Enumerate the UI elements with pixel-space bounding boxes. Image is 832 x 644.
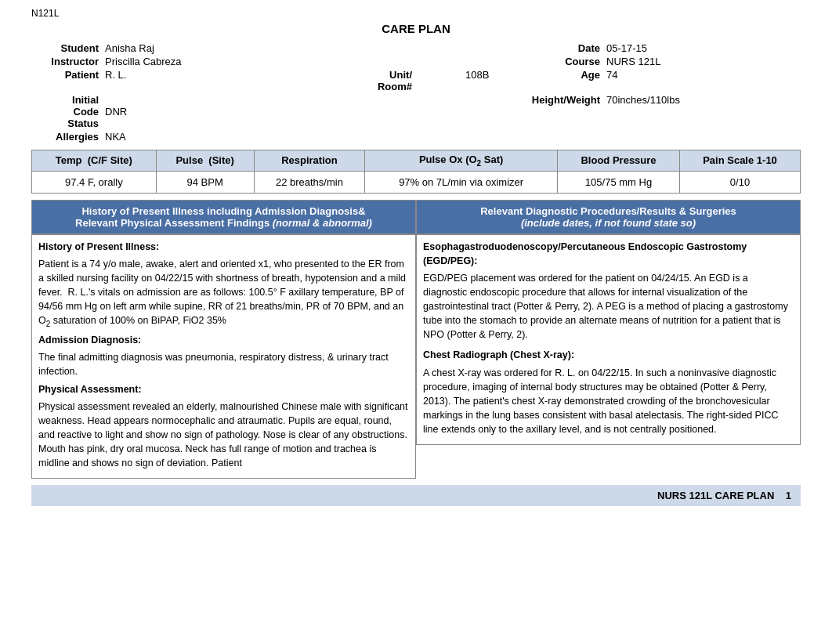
vitals-header-temp: Temp (C/F Site)	[32, 150, 157, 172]
right-header-italic: (include dates, if not found state so)	[521, 217, 696, 229]
vitals-resp: 22 breaths/min	[254, 171, 365, 193]
hpi-text: Patient is a 74 y/o male, awake, alert a…	[38, 257, 409, 331]
vitals-pain: 0/10	[680, 171, 801, 193]
vitals-bp: 105/75 mm Hg	[558, 171, 680, 193]
vitals-table: Temp (C/F Site) Pulse (Site) Respiration…	[31, 150, 801, 194]
chest-label: Chest Radiograph (Chest X-ray):	[423, 349, 574, 360]
vitals-header-resp: Respiration	[254, 150, 365, 172]
info-table: Student Anisha Raj Date 05-17-15 Instruc…	[31, 42, 801, 143]
chest-text: A chest X-ray was ordered for R. L. on 0…	[423, 366, 794, 437]
left-section-body: History of Present Illness: Patient is a…	[31, 234, 416, 479]
date-value: 05-17-15	[603, 42, 801, 55]
left-header-line2: Relevant Physical Assessment Findings	[75, 217, 269, 229]
footer-page-num: 1	[786, 490, 791, 501]
vitals-header-pulse: Pulse (Site)	[156, 150, 254, 172]
allergies-value: NKA	[102, 130, 274, 143]
left-header-line1: History of Present Illness including Adm…	[81, 205, 365, 217]
left-header-italic: (normal & abnormal)	[269, 217, 372, 229]
vitals-pox: 97% on 7L/min via oximizer	[365, 171, 558, 193]
footer-text: NURS 121L CARE PLAN	[657, 490, 774, 501]
vitals-temp: 97.4 F, orally	[32, 171, 157, 193]
height-weight-value: 70inches/110lbs	[603, 93, 801, 130]
patient-label: Patient	[31, 68, 102, 93]
unit-room-value: 108B	[462, 68, 525, 93]
right-section-header: Relevant Diagnostic Procedures/Results &…	[416, 200, 801, 234]
patient-value: R. L.	[102, 68, 274, 93]
egd-text: EGD/PEG placement was ordered for the pa…	[423, 271, 794, 342]
right-header-line1: Relevant Diagnostic Procedures/Results &…	[480, 205, 736, 217]
vitals-pulse: 94 BPM	[156, 171, 254, 193]
instructor-label: Instructor	[31, 55, 102, 68]
initial-code-value: DNR	[102, 93, 274, 130]
vitals-header-pain: Pain Scale 1-10	[680, 150, 801, 172]
footer: NURS 121L CARE PLAN 1	[31, 485, 801, 506]
student-value: Anisha Raj	[102, 42, 274, 55]
course-value: NURS 121L	[603, 55, 801, 68]
initial-code-label: InitialCodeStatus	[31, 93, 102, 130]
admission-text: The final admitting diagnosis was pneumo…	[38, 350, 409, 378]
admission-label: Admission Diagnosis:	[38, 335, 141, 346]
egd-label: Esophagastroduodenoscopy/Percutaneous En…	[423, 241, 747, 266]
date-label: Date	[525, 42, 603, 55]
height-weight-label: Height/Weight	[525, 93, 603, 130]
instructor-value: Priscilla Cabreza	[102, 55, 274, 68]
page-id: N121L	[31, 8, 801, 19]
vitals-header-bp: Blood Pressure	[558, 150, 680, 172]
course-label: Course	[525, 55, 603, 68]
student-label: Student	[31, 42, 102, 55]
left-section-header: History of Present Illness including Adm…	[31, 200, 416, 234]
physical-text: Physical assessment revealed an elderly,…	[38, 400, 409, 471]
physical-label: Physical Assessment:	[38, 384, 142, 395]
page-title: CARE PLAN	[31, 22, 801, 35]
right-section-body: Esophagastroduodenoscopy/Percutaneous En…	[416, 234, 801, 446]
age-value: 74	[603, 68, 801, 93]
vitals-header-pox: Pulse Ox (O2 Sat)	[365, 150, 558, 172]
content-section: History of Present Illness including Adm…	[31, 200, 801, 479]
hpi-label: History of Present Illness:	[38, 241, 159, 252]
allergies-label: Allergies	[31, 130, 102, 143]
age-label: Age	[525, 68, 603, 93]
unit-room-label: Unit/ Room#	[274, 68, 415, 93]
